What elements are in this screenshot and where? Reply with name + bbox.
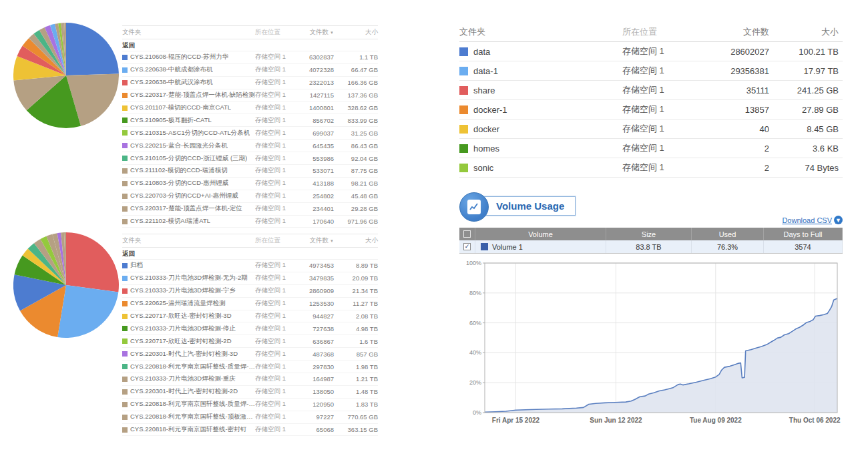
folder-color-chip xyxy=(122,156,128,161)
folder-color-chip xyxy=(122,276,128,281)
volume-usage-title: Volume Usage xyxy=(481,196,576,216)
folder-size: 98.21 GB xyxy=(334,180,378,187)
folder-file-count: 1253530 xyxy=(296,300,334,307)
folder-color-chip xyxy=(122,364,128,369)
folder-name: CYS.220818-利元亨南京国轩整线-顶板激光焊接-... xyxy=(130,413,255,421)
folder-size: 137.36 GB xyxy=(334,91,378,99)
folder-row[interactable]: CYS.220317-楚能-顶盖点焊一体机-缺陷检测 存储空间 1 142711… xyxy=(122,89,378,102)
folder-row[interactable]: CYS.220638-中航武汉涂布机 存储空间 1 2322013 166.36… xyxy=(122,77,378,89)
shared-folder-row[interactable]: docker-1 存储空间 1 13857 27.89 GB xyxy=(459,100,843,120)
folder-color-chip xyxy=(122,427,128,433)
folder-name: data xyxy=(473,47,490,57)
shared-folder-row[interactable]: data-1 存储空间 1 29356381 17.97 TB xyxy=(459,61,843,81)
download-arrow-icon[interactable]: ▼ xyxy=(834,216,843,224)
folder-table-header: 文件夹 所在位置 文件数▼ 大小 xyxy=(122,234,378,248)
shared-folder-row[interactable]: sonic 存储空间 1 2 74 Bytes xyxy=(459,158,843,178)
select-all-checkbox[interactable] xyxy=(459,228,475,240)
checkbox-checked[interactable]: ✓ xyxy=(463,243,471,250)
folder-row[interactable]: CYS.220301-时代上汽-密封钉检测-2D 存储空间 1 138050 1… xyxy=(122,386,378,399)
folder-row[interactable]: CYS.220625-温州瑞浦流量焊检测 存储空间 1 1253530 11.2… xyxy=(122,298,378,310)
back-row[interactable]: 返回 xyxy=(122,39,378,51)
header-volume: Volume xyxy=(475,228,606,240)
folder-file-count: 4973453 xyxy=(296,262,334,269)
folder-name: CYS.220717-欣旺达-密封钉检测-3D xyxy=(130,312,232,320)
folder-name: CYS.221102-模切AI瑞浦ATL xyxy=(130,217,210,226)
folder-size: 45.48 GB xyxy=(334,192,378,200)
folder-row[interactable]: CYS.210608-辊压的CCD-苏州力华 存储空间 1 6302837 1.… xyxy=(122,51,378,64)
y-tick-label: 0% xyxy=(473,409,481,416)
folder-file-count: 28602027 xyxy=(706,47,769,57)
folder-row[interactable]: 归档 存储空间 1 4973453 8.89 TB xyxy=(122,260,378,272)
folder-location: 存储空间 1 xyxy=(255,337,296,346)
volume-checkbox[interactable]: ✓ xyxy=(459,240,475,253)
folder-name: CYS.220638-中航武汉涂布机 xyxy=(130,78,213,87)
folder-size: 31.25 GB xyxy=(334,130,378,137)
folder-row[interactable]: CYS.201107-模切的CCD-南京CATL 存储空间 1 1400801 … xyxy=(122,102,378,115)
folder-name: sonic xyxy=(473,163,493,173)
folder-row[interactable]: CYS.220717-欣旺达-密封钉检测-3D 存储空间 1 944827 2.… xyxy=(122,310,378,323)
folder-row[interactable]: CYS.220301-时代上汽-密封钉检测-3D 存储空间 1 487368 8… xyxy=(122,348,378,361)
volume-row[interactable]: ✓ Volume 1 83.8 TB 76.3% 3574 xyxy=(459,240,843,254)
x-tick-label: Thu Oct 06 2022 xyxy=(789,417,841,424)
folder-file-count: 40 xyxy=(706,124,769,134)
folder-file-count: 170640 xyxy=(296,218,334,225)
folder-row[interactable]: CYS.220818-利元亨南京国轩整线-质量焊-3D 存储空间 1 29783… xyxy=(122,361,378,373)
header-location: 所在位置 xyxy=(255,236,296,245)
folder-row[interactable]: CYS.220703-分切的CCD+AI-惠州锂威 存储空间 1 254802 … xyxy=(122,190,378,203)
folder-row[interactable]: CYS.220317-楚能-顶盖点焊一体机-定位 存储空间 1 234401 2… xyxy=(122,203,378,216)
shared-folder-row[interactable]: homes 存储空间 1 2 3.6 KB xyxy=(459,139,843,158)
header-days-to-full: Days to Full xyxy=(764,228,843,240)
x-tick-label: Fri Apr 15 2022 xyxy=(492,417,540,424)
header-file-count-sort[interactable]: 文件数▼ xyxy=(296,236,334,245)
volume-used: 76.3% xyxy=(692,240,764,253)
folder-row[interactable]: CYS.210333-刀片电池3D焊检测-停止 存储空间 1 727638 4.… xyxy=(122,322,378,335)
folder-row[interactable]: CYS.210905-极耳翻折-CATL 存储空间 1 856702 833.9… xyxy=(122,114,378,127)
folder-row[interactable]: CYS.211102-模切的CCD-瑞浦模切 存储空间 1 533071 87.… xyxy=(122,165,378,178)
shared-folder-row[interactable]: share 存储空间 1 35111 241.25 GB xyxy=(459,81,843,100)
folder-name: CYS.210803-分切的CCD-惠州锂威 xyxy=(130,179,228,188)
pie-slice xyxy=(66,232,119,292)
folder-name: homes xyxy=(473,144,499,154)
folder-name: docker-1 xyxy=(473,105,507,115)
folder-row[interactable]: CYS.210333-刀片电池3D焊检测-无为-2期 存储空间 1 347983… xyxy=(122,272,378,285)
folder-row[interactable]: CYS.220717-欣旺达-密封钉检测-2D 存储空间 1 636867 1.… xyxy=(122,335,378,348)
download-csv-label[interactable]: Download CSV xyxy=(782,216,832,224)
folder-row[interactable]: CYS.220818-利元亨南京国轩整线-质量焊-2D 存储空间 1 12095… xyxy=(122,399,378,411)
folder-file-count: 29356381 xyxy=(706,66,769,76)
folder-location: 存储空间 1 xyxy=(255,53,296,61)
folder-row[interactable]: CYS.210803-分切的CCD-惠州锂威 存储空间 1 413188 98.… xyxy=(122,178,378,190)
folder-location: 存储空间 1 xyxy=(255,425,296,434)
folder-location: 存储空间 1 xyxy=(622,45,706,57)
folder-color-chip xyxy=(122,415,128,420)
folder-file-count: 1400801 xyxy=(296,104,334,111)
back-row[interactable]: 返回 xyxy=(122,248,378,260)
folder-row[interactable]: CYS.210333-刀片电池3D焊检测-重庆 存储空间 1 164987 1.… xyxy=(122,373,378,386)
folder-row[interactable]: CYS.221102-模切AI瑞浦ATL 存储空间 1 170640 971.9… xyxy=(122,216,378,228)
folder-location: 存储空间 1 xyxy=(255,142,296,150)
folder-location: 存储空间 1 xyxy=(255,192,296,200)
header-file-count-sort[interactable]: 文件数▼ xyxy=(296,28,334,37)
folder-size: 21.34 TB xyxy=(334,287,378,294)
folder-row[interactable]: CYS.220638-中航成都涂布机 存储空间 1 4072328 66.47 … xyxy=(122,64,378,77)
folder-size: 3.6 KB xyxy=(769,144,843,154)
folder-row[interactable]: CYS.210333-刀片电池3D焊检测-宁乡 存储空间 1 2860909 2… xyxy=(122,285,378,298)
folder-file-count: 487368 xyxy=(296,351,334,358)
header-folder: 文件夹 xyxy=(122,236,255,245)
folder-row[interactable]: CYS.220818-利元亨南京国轩整线-顶板激光焊接-... 存储空间 1 9… xyxy=(122,411,378,424)
folder-file-count: 138050 xyxy=(296,388,334,395)
shared-folder-row[interactable]: docker 存储空间 1 40 8.45 GB xyxy=(459,120,843,139)
folder-name: CYS.211102-模切的CCD-瑞浦模切 xyxy=(130,166,228,175)
folder-row[interactable]: CYS.210105-分切的CCD-浙江锂威 (三期) 存储空间 1 55398… xyxy=(122,152,378,165)
folder-row[interactable]: CYS.220215-蓝合-长园激光分条机 存储空间 1 645435 86.4… xyxy=(122,140,378,152)
folder-file-count: 2860909 xyxy=(296,287,334,294)
folder-color-chip xyxy=(122,118,128,123)
download-csv-link[interactable]: Download CSV ▼ xyxy=(782,216,843,224)
folder-row[interactable]: CYS.210315-ASC1分切的CCD-ATL分条机 存储空间 1 6990… xyxy=(122,127,378,140)
folder-size: 328.62 GB xyxy=(334,104,378,111)
header-size: 大小 xyxy=(769,26,843,38)
shared-folder-row[interactable]: data 存储空间 1 28602027 100.21 TB xyxy=(459,42,843,61)
folder-color-chip xyxy=(122,389,128,395)
folder-row[interactable]: CYS.220818-利元亨南京国轩整线-密封钉 存储空间 1 65068 36… xyxy=(122,424,378,437)
folder-name: CYS.210333-刀片电池3D焊检测-重庆 xyxy=(130,375,236,383)
folder-size: 11.27 TB xyxy=(334,300,378,307)
